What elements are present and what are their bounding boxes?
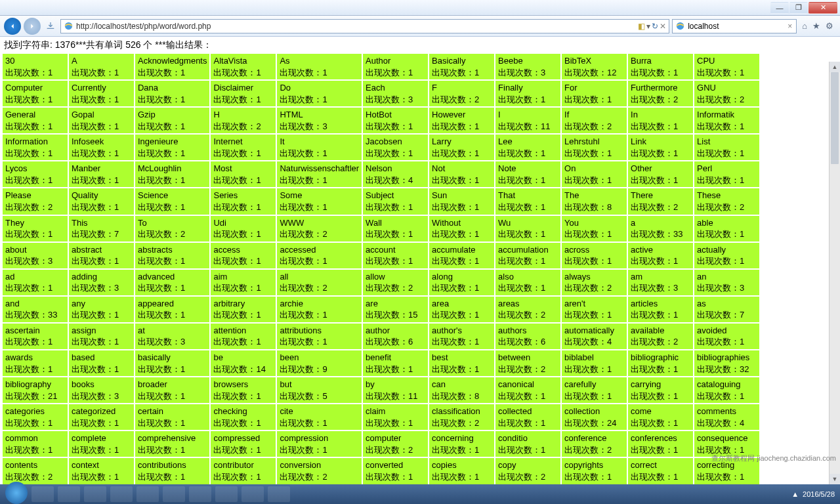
word-grid: 30出现次数：1A出现次数：1Acknowledgments出现次数：1Alta… (0, 54, 828, 484)
taskbar-app-5[interactable] (189, 486, 211, 502)
download-button[interactable] (43, 19, 58, 33)
word-cell: Naturwissenschaftler出现次数：1 (277, 161, 362, 187)
word-cell: Manber出现次数：1 (69, 161, 134, 187)
word-cell: abstracts出现次数：1 (135, 243, 210, 268)
row-filler (761, 404, 826, 430)
word-text: The (564, 190, 624, 201)
stop-icon[interactable]: ✕ (660, 22, 666, 31)
scroll-thumb[interactable] (831, 72, 839, 164)
word-count: 出现次数：1 (5, 364, 65, 375)
taskbar-app-1[interactable] (84, 486, 106, 502)
word-cell: but出现次数：5 (277, 377, 362, 403)
word-text: If (564, 109, 624, 121)
word-count: 出现次数：1 (432, 121, 492, 133)
word-cell: attention出现次数：1 (211, 324, 276, 349)
tools-icon[interactable]: ⚙ (826, 21, 833, 31)
taskbar-app-2[interactable] (110, 486, 133, 502)
scrollbar[interactable]: ▲ ▼ (829, 62, 840, 484)
word-count: 出现次数：1 (138, 471, 207, 483)
taskbar-app-7[interactable] (242, 486, 264, 502)
word-cell: Acknowledgments出现次数：1 (135, 54, 210, 79)
word-cell: author出现次数：6 (363, 324, 428, 349)
word-cell: cataloguing出现次数：1 (694, 377, 759, 403)
word-count: 出现次数：1 (72, 364, 131, 375)
favorites-icon[interactable]: ★ (812, 21, 820, 31)
home-icon[interactable]: ⌂ (802, 21, 807, 31)
forward-button[interactable] (24, 18, 41, 35)
browser-header-icons: ⌂ ★ ⚙ (799, 21, 836, 31)
word-count: 出现次数：1 (280, 444, 359, 456)
word-count: 出现次数：1 (138, 148, 207, 159)
word-text: conference (564, 432, 624, 444)
word-cell: Gopal出现次数：1 (69, 108, 134, 133)
word-text: attributions (280, 325, 359, 337)
word-count: 出现次数：1 (564, 148, 624, 159)
taskbar-app-6[interactable] (215, 486, 238, 502)
compat-icon[interactable]: ◧ (638, 22, 645, 31)
word-text: collection (564, 406, 624, 417)
window-close-button[interactable]: ✕ (808, 2, 837, 14)
tray-icon[interactable]: ▲ (791, 490, 799, 498)
browser-tab[interactable]: localhost × (672, 19, 797, 33)
word-count: 出现次数：1 (432, 148, 492, 159)
scroll-down-icon[interactable]: ▼ (830, 474, 840, 484)
refresh-icon[interactable]: ↻ (652, 22, 658, 31)
word-text: available (631, 325, 690, 337)
scroll-up-icon[interactable]: ▲ (830, 62, 840, 72)
word-text: These (697, 190, 757, 201)
word-cell: best出现次数：1 (429, 350, 494, 376)
taskbar-app-explorer[interactable] (58, 486, 80, 502)
taskbar-app-3[interactable] (136, 486, 159, 502)
word-count: 出现次数：1 (72, 201, 131, 213)
word-text: aim (213, 271, 273, 283)
taskbar-app-4[interactable] (163, 486, 185, 502)
row-filler (761, 350, 826, 376)
word-text: contributor (213, 459, 273, 471)
word-cell: aren't出现次数：1 (562, 297, 627, 322)
start-orb[interactable] (5, 482, 28, 504)
word-cell: appeared出现次数：1 (135, 297, 210, 322)
window-min-button[interactable]: — (770, 2, 789, 14)
word-cell: by出现次数：11 (363, 377, 428, 403)
word-cell: contents出现次数：2 (3, 458, 68, 484)
word-cell: GNU出现次数：2 (694, 81, 759, 106)
word-text: Other (631, 163, 690, 175)
window-max-button[interactable]: ❐ (789, 2, 808, 14)
word-cell: an出现次数：3 (694, 270, 759, 295)
word-cell: bibliography出现次数：21 (3, 377, 68, 403)
word-text: come (631, 406, 690, 417)
word-text: browsers (213, 379, 273, 390)
taskbar-app-ie[interactable] (32, 486, 54, 502)
word-cell: area出现次数：1 (429, 297, 494, 322)
word-text: authors (498, 325, 558, 337)
word-cell: Some出现次数：1 (277, 188, 362, 214)
word-text: account (366, 244, 425, 256)
word-text: avoided (697, 325, 757, 337)
word-count: 出现次数：1 (72, 255, 131, 267)
tab-close-icon[interactable]: × (786, 22, 793, 31)
word-count: 出现次数：1 (564, 364, 624, 375)
taskbar[interactable]: ▲ 2016/5/28 (0, 484, 840, 504)
word-cell: Quality出现次数：1 (69, 188, 134, 214)
dropdown-icon[interactable]: ▾ (646, 22, 650, 31)
word-text: A (72, 55, 131, 67)
taskbar-tray[interactable]: ▲ 2016/5/28 (791, 490, 835, 498)
word-text: about (5, 244, 65, 256)
word-count: 出现次数：2 (432, 94, 492, 106)
word-text: best (432, 352, 492, 364)
word-cell: Currently出现次数：1 (69, 81, 134, 106)
row-filler (761, 161, 826, 187)
word-count: 出现次数：2 (138, 228, 207, 240)
word-count: 出现次数：1 (498, 255, 558, 267)
word-text: Subject (366, 190, 425, 201)
word-count: 出现次数：2 (280, 282, 359, 294)
taskbar-app-8[interactable] (268, 486, 290, 502)
back-button[interactable] (4, 18, 21, 35)
word-count: 出现次数：2 (631, 94, 690, 106)
word-count: 出现次数：1 (280, 94, 359, 106)
url-bar[interactable]: http://localhost/test/php/word/word.php … (60, 19, 669, 33)
word-cell: Computer出现次数：1 (3, 81, 68, 106)
word-count: 出现次数：1 (564, 309, 624, 321)
word-text: GNU (697, 82, 757, 94)
word-cell: benefit出现次数：1 (363, 350, 428, 376)
